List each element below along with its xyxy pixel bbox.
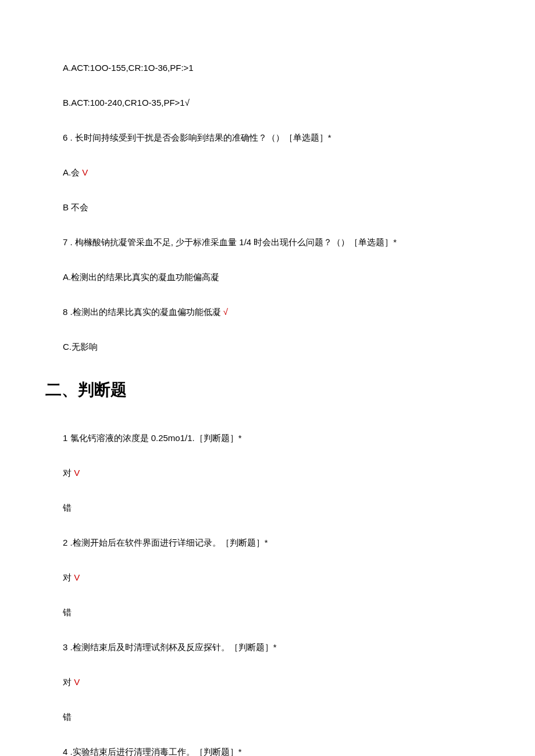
q6-question: 6 . 长时间持续受到干扰是否会影响到结果的准确性？（）［单选题］* xyxy=(63,131,472,145)
s2q3-question: 3 .检测结束后及时清理试剂杯及反应探针。［判断题］* xyxy=(63,640,472,654)
q5-option-a: A.ACT:1OO-155,CR:1O-36,PF:>1 xyxy=(63,61,472,75)
s2q2-correct: 对 V xyxy=(63,571,472,585)
s2q2-correct-text: 对 xyxy=(63,572,74,582)
s2q4-question: 4 .实验结束后进行清理消毒工作。［判断题］* xyxy=(63,745,472,756)
s2q1-question: 1 氯化钙溶液的浓度是 0.25mo1/1.［判断题］* xyxy=(63,431,472,445)
check-mark-icon: V xyxy=(82,167,88,177)
check-mark-icon: V xyxy=(74,572,80,582)
s2q1-correct: 对 V xyxy=(63,466,472,480)
s2q2-wrong: 错 xyxy=(63,605,472,619)
q7-question: 7 . 枸橼酸钠抗凝管采血不足, 少于标准采血量 1/4 时会出现什么问题？（）… xyxy=(63,235,472,249)
q6-option-a-text: A.会 xyxy=(63,167,82,177)
q8-text-content: 8 .检测出的结果比真实的凝血偏功能低凝 xyxy=(63,307,223,317)
s2q2-question: 2 .检测开始后在软件界面进行详细记录。［判断题］* xyxy=(63,536,472,550)
q7-option-a: A.检测出的结果比真实的凝血功能偏高凝 xyxy=(63,270,472,284)
section-2-header: 二、判断题 xyxy=(45,377,472,403)
check-mark-icon: V xyxy=(74,677,80,687)
q6-option-b: B 不会 xyxy=(63,200,472,214)
s2q1-correct-text: 对 xyxy=(63,468,74,478)
check-mark-icon: √ xyxy=(223,307,228,317)
s2q3-correct: 对 V xyxy=(63,675,472,689)
q6-option-a: A.会 V xyxy=(63,166,472,180)
s2q3-wrong: 错 xyxy=(63,710,472,724)
q8-text: 8 .检测出的结果比真实的凝血偏功能低凝 √ xyxy=(63,305,472,319)
q5-option-b: B.ACT:100-240,CR1O-35,PF>1√ xyxy=(63,96,472,110)
s2q1-wrong: 错 xyxy=(63,501,472,515)
check-mark-icon: V xyxy=(74,468,80,478)
q8-option-c: C.无影响 xyxy=(63,340,472,354)
s2q3-correct-text: 对 xyxy=(63,677,74,687)
